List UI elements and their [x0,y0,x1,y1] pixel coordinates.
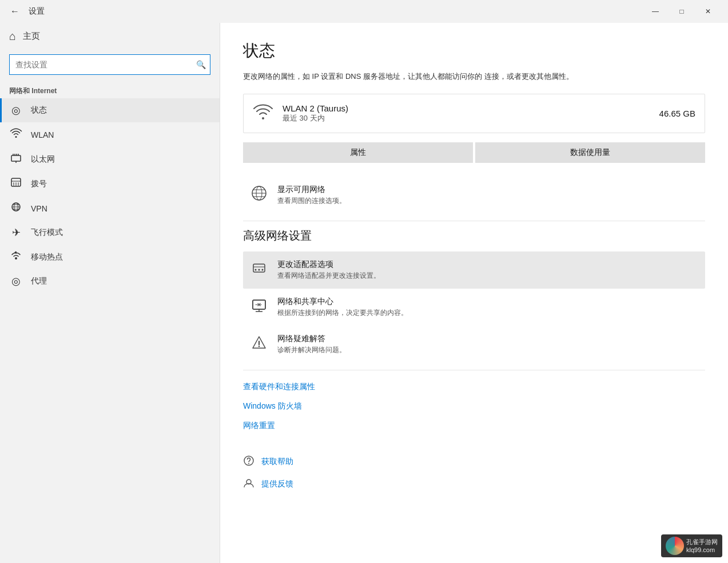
adapter-icon [250,260,268,279]
feedback-link[interactable]: 提供反馈 [261,479,293,489]
window-controls: — □ ✕ [642,2,721,21]
troubleshoot-title: 网络疑难解答 [277,334,346,344]
watermark: 孔雀手游网 klq99.com [661,534,722,557]
svg-point-10 [18,183,19,184]
svg-point-8 [13,183,14,184]
sidebar-item-hotspot[interactable]: 移动热点 [0,245,220,269]
sidebar-item-dial[interactable]: 拨号 [0,171,220,196]
window-title: 设置 [29,6,45,17]
vpn-label: VPN [31,204,47,213]
minimize-button[interactable]: — [642,2,669,21]
troubleshoot-item[interactable]: 网络疑难解答 诊断并解决网络问题。 [243,326,705,363]
dial-icon [9,177,23,190]
svg-point-31 [262,269,264,271]
airplane-label: 飞行模式 [31,227,63,238]
network-wifi-icon [253,102,273,125]
adapter-title: 更改适配器选项 [277,259,380,270]
wlan-icon [9,128,23,141]
proxy-label: 代理 [31,276,47,286]
watermark-logo [666,537,684,555]
hotspot-icon [9,250,23,263]
show-networks-text: 显示可用网络 查看周围的连接选项。 [277,185,346,206]
help-icon [243,455,254,469]
home-label: 主页 [23,31,40,42]
feedback-item[interactable]: 提供反馈 [243,475,705,494]
svg-point-12 [15,185,17,186]
svg-point-39 [248,463,249,464]
search-icon: 🔍 [196,60,206,69]
svg-point-30 [258,269,260,271]
sidebar: ⌂ 主页 🔍 网络和 Internet ◎ 状态 WLAN [0,23,220,563]
sharing-title: 网络和共享中心 [277,297,408,307]
close-button[interactable]: ✕ [695,2,721,21]
ethernet-icon [9,153,23,166]
main-layout: ⌂ 主页 🔍 网络和 Internet ◎ 状态 WLAN [0,23,728,563]
svg-point-37 [258,346,260,347]
watermark-text: 孔雀手游网 klq99.com [686,538,718,554]
svg-point-29 [255,269,257,271]
sidebar-item-wlan[interactable]: WLAN [0,122,220,147]
show-networks-desc: 查看周围的连接选项。 [277,196,346,206]
show-networks-title: 显示可用网络 [277,185,346,195]
network-size: 46.65 GB [659,109,695,118]
hardware-link[interactable]: 查看硬件和连接属性 [243,377,705,397]
search-input[interactable] [9,54,210,75]
sharing-text: 网络和共享中心 根据所连接到的网络，决定要共享的内容。 [277,297,408,318]
svg-point-19 [15,257,17,259]
sharing-icon [250,297,268,317]
sidebar-item-vpn[interactable]: VPN [0,196,220,221]
sharing-center-item[interactable]: 网络和共享中心 根据所连接到的网络，决定要共享的内容。 [243,289,705,326]
ethernet-label: 以太网 [31,154,55,165]
sidebar-search-container: 🔍 [9,54,210,75]
network-card: WLAN 2 (Taurus) 最近 30 天内 46.65 GB [243,94,705,133]
feedback-icon [243,477,254,492]
help-item[interactable]: 获取帮助 [243,453,705,472]
divider1 [243,221,705,221]
data-usage-button[interactable]: 数据使用量 [475,142,705,163]
svg-rect-27 [253,264,265,272]
troubleshoot-desc: 诊断并解决网络问题。 [277,345,346,355]
advanced-section-header: 高级网络设置 [243,228,705,243]
sidebar-item-home[interactable]: ⌂ 主页 [0,23,220,50]
watermark-line2: klq99.com [686,546,718,554]
page-title: 状态 [243,40,705,62]
network-time: 最近 30 天内 [283,113,650,123]
vpn-icon [9,202,23,215]
reset-link[interactable]: 网络重置 [243,416,705,436]
sidebar-item-proxy[interactable]: ◎ 代理 [0,269,220,293]
network-info: WLAN 2 (Taurus) 最近 30 天内 [283,103,650,123]
sharing-desc: 根据所连接到的网络，决定要共享的内容。 [277,308,408,318]
troubleshoot-text: 网络疑难解答 诊断并解决网络问题。 [277,334,346,355]
sidebar-item-status[interactable]: ◎ 状态 [0,98,220,122]
network-name: WLAN 2 (Taurus) [283,103,650,113]
troubleshoot-icon [250,334,268,354]
footer-section: 获取帮助 提供反馈 [243,453,705,494]
maximize-button[interactable]: □ [669,2,695,21]
svg-rect-0 [11,155,21,161]
title-bar-left: ← 设置 [7,3,45,19]
wlan-label: WLAN [31,130,54,139]
svg-point-13 [18,185,19,186]
dial-label: 拨号 [31,179,47,189]
watermark-line1: 孔雀手游网 [686,538,718,546]
sidebar-section-label: 网络和 Internet [0,82,220,98]
sidebar-item-airplane[interactable]: ✈ 飞行模式 [0,221,220,245]
adapter-options-item[interactable]: 更改适配器选项 查看网络适配器并更改连接设置。 [243,251,705,289]
back-button[interactable]: ← [7,3,23,19]
airplane-icon: ✈ [9,226,23,239]
hotspot-label: 移动热点 [31,252,63,262]
show-networks-item[interactable]: 显示可用网络 查看周围的连接选项。 [243,177,705,214]
home-icon: ⌂ [9,30,16,43]
proxy-icon: ◎ [9,275,23,288]
svg-point-11 [13,185,14,186]
page-subtitle: 更改网络的属性，如 IP 设置和 DNS 服务器地址，让其他人都能访问你的 连接… [243,71,705,82]
network-buttons: 属性 数据使用量 [243,142,705,163]
svg-point-9 [15,183,17,184]
help-link[interactable]: 获取帮助 [261,457,293,467]
firewall-link[interactable]: Windows 防火墙 [243,397,705,416]
content-area: 状态 更改网络的属性，如 IP 设置和 DNS 服务器地址，让其他人都能访问你的… [220,23,728,563]
properties-button[interactable]: 属性 [243,142,473,163]
sidebar-item-ethernet[interactable]: 以太网 [0,147,220,171]
status-icon: ◎ [9,104,23,117]
adapter-text: 更改适配器选项 查看网络适配器并更改连接设置。 [277,259,380,281]
